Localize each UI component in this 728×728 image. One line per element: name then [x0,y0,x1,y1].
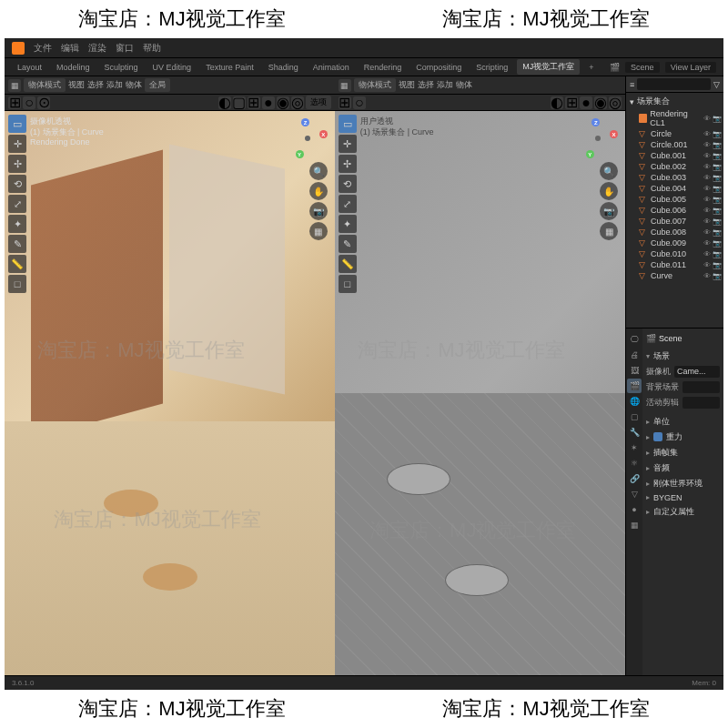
editor-type-icon[interactable]: ▦ [339,79,351,92]
menu-select[interactable]: 选择 [418,79,434,91]
prop-tab-scene-icon[interactable]: 🎬 [627,379,642,393]
zoom-icon[interactable]: 🔍 [600,162,618,180]
rendered-shading-icon[interactable]: ◎ [609,96,622,109]
prop-tab-world-icon[interactable]: 🌐 [627,394,642,409]
outliner-item[interactable]: ▽Circle👁📷 [628,128,722,139]
outliner-item[interactable]: ▽Cube.002👁📷 [628,161,722,172]
prop-section-header[interactable]: ▸插帧集 [646,445,720,460]
prop-section-header[interactable]: ▸BYGEN [646,491,720,504]
tool-move-icon[interactable]: ✢ [339,155,357,173]
menu-view[interactable]: 视图 [399,79,415,91]
camera-view-icon[interactable]: 📷 [600,202,618,220]
tool-scale-icon[interactable]: ⤢ [8,195,26,213]
visibility-icon[interactable]: 👁 [703,239,711,247]
tool-addcube-icon[interactable]: □ [8,275,26,293]
outliner-item[interactable]: ▽Cube.001👁📷 [628,150,722,161]
gizmo-y-icon[interactable]: Y [296,150,304,158]
outliner-item[interactable]: ▽Curve👁📷 [628,270,722,281]
tool-cursor-icon[interactable]: ✛ [8,135,26,153]
menu-select[interactable]: 选择 [87,79,104,91]
outliner-item[interactable]: ▽Cube.004👁📷 [628,183,722,194]
tool-annotate-icon[interactable]: ✎ [8,235,26,253]
outliner-tree[interactable]: ▾ 场景集合 Rendering CL1 👁📷 ▽Circle👁📷▽Circle… [626,93,723,283]
render-icon[interactable]: 📷 [713,185,720,192]
viewport-left-canvas[interactable]: 摄像机透视 (1) 场景集合 | Curve Rendering Done ▭ … [5,111,335,675]
outliner-item[interactable]: ▽Cube.011👁📷 [628,259,722,270]
pan-icon[interactable]: ✋ [600,182,618,200]
tab-shading[interactable]: Shading [263,61,304,74]
wireframe-shading-icon[interactable]: ⊞ [565,96,578,109]
tool-select-icon[interactable]: ▭ [339,115,357,133]
prop-section-header[interactable]: ▸单位 [646,414,720,430]
solid-shading-icon[interactable]: ● [580,96,592,109]
menu-edit[interactable]: 编辑 [61,42,79,55]
outliner-item[interactable]: ▽Cube.003👁📷 [628,172,722,183]
nav-gizmo[interactable]: X Y Z [288,118,328,158]
tool-cursor-icon[interactable]: ✛ [339,135,357,153]
render-icon[interactable]: 📷 [713,174,720,181]
camera-view-icon[interactable]: 📷 [309,202,328,220]
gizmo-z-icon[interactable]: Z [301,118,309,126]
prop-section-header[interactable]: ▸刚体世界环境 [646,476,720,491]
visibility-icon[interactable]: 👁 [703,261,711,268]
gizmo-z-icon[interactable]: Z [592,118,600,126]
render-icon[interactable]: 📷 [713,217,720,225]
tool-rotate-icon[interactable]: ⟲ [339,175,357,193]
outliner-item[interactable]: ▽Cube.010👁📷 [628,248,722,259]
menu-help[interactable]: 帮助 [143,42,161,55]
outliner-item[interactable]: ▽Cube.006👁📷 [628,205,722,216]
visibility-icon[interactable]: 👁 [703,196,711,203]
prop-tab-texture-icon[interactable]: ▦ [627,518,642,532]
visibility-icon[interactable]: 👁 [703,250,711,258]
prop-tab-modifier-icon[interactable]: 🔧 [627,425,642,440]
outliner-item[interactable]: ▽Cube.007👁📷 [628,216,722,227]
overlay-icon[interactable]: ◐ [218,96,231,109]
visibility-icon[interactable]: 👁 [703,130,711,137]
tool-addcube-icon[interactable]: □ [339,275,357,293]
menu-add[interactable]: 添加 [437,79,453,91]
options-dropdown[interactable]: 选项 [306,96,331,109]
render-icon[interactable]: 📷 [713,130,720,137]
zoom-icon[interactable]: 🔍 [309,162,328,180]
menu-render[interactable]: 渲染 [88,42,106,55]
tool-transform-icon[interactable]: ✦ [8,215,26,233]
tool-annotate-icon[interactable]: ✎ [339,235,357,253]
outliner-editor-icon[interactable]: ≡ [630,80,634,89]
mode-dropdown[interactable]: 物体模式 [354,78,396,92]
outliner-collection[interactable]: Rendering CL1 👁📷 [628,108,722,128]
tool-transform-icon[interactable]: ✦ [339,215,357,233]
prop-tab-render-icon[interactable]: 🖵 [627,332,642,347]
render-icon[interactable]: 📷 [713,250,720,258]
gizmo-y-icon[interactable]: Y [586,150,594,158]
tool-rotate-icon[interactable]: ⟲ [8,175,26,193]
proportional-icon[interactable]: ○ [353,96,366,109]
visibility-icon[interactable]: 👁 [703,174,711,181]
prop-tab-viewlayer-icon[interactable]: 🖼 [627,363,642,378]
prop-section-header[interactable]: ▾场景 [646,349,720,364]
prop-section-header[interactable]: ▸重力 [646,430,720,445]
tool-select-icon[interactable]: ▭ [8,115,26,133]
render-icon[interactable]: 📷 [713,207,720,214]
viewlayer-dropdown[interactable]: View Layer [665,62,716,73]
material-shading-icon[interactable]: ◉ [594,96,607,109]
viewport-right-canvas[interactable]: 用户透视 (1) 场景集合 | Curve ▭ ✛ ✢ ⟲ ⤢ ✦ ✎ 📏 □ [335,111,625,675]
prop-section-header[interactable]: ▸音频 [646,460,720,476]
pivot-icon[interactable]: ⊙ [37,96,50,109]
outliner-item[interactable]: ▽Cube.005👁📷 [628,194,722,205]
render-icon[interactable]: 📷 [713,152,720,159]
pan-icon[interactable]: ✋ [309,182,328,200]
perspective-icon[interactable]: ▦ [309,222,328,240]
visibility-icon[interactable]: 👁 [703,207,711,214]
render-icon[interactable]: 📷 [713,196,720,203]
visibility-icon[interactable]: 👁 [703,217,711,225]
prop-tab-output-icon[interactable]: 🖨 [627,348,642,362]
gizmo-x-icon[interactable]: X [610,130,618,138]
tab-rendering[interactable]: Rendering [359,61,408,74]
render-icon[interactable]: 📷 [713,228,720,236]
tab-custom[interactable]: MJ视觉工作室 [517,59,580,75]
solid-shading-icon[interactable]: ● [262,96,275,109]
visibility-icon[interactable]: 👁 [703,141,711,148]
tab-modeling[interactable]: Modeling [51,61,96,74]
tab-animation[interactable]: Animation [308,61,355,74]
tab-texture[interactable]: Texture Paint [200,61,259,74]
